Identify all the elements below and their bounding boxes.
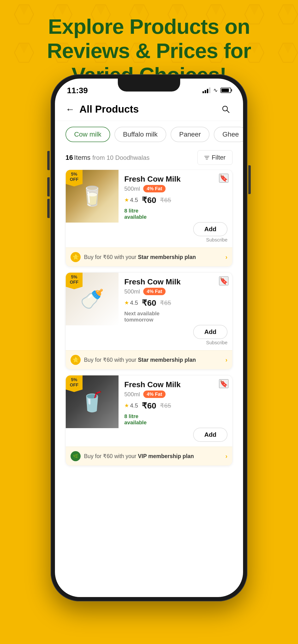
add-button-1[interactable]: Add [193, 222, 227, 236]
membership-star-icon-2: ⭐ [71, 355, 81, 365]
subscribe-text-1[interactable]: Subscribe [206, 237, 227, 243]
product-meta-2: 500ml 4% Fat [124, 288, 227, 295]
price-row-2: ★ 4.5 ₹60 ₹65 [124, 298, 227, 308]
product-name-2: Fresh Cow Milk [124, 278, 227, 286]
price-current-1: ₹60 [142, 195, 156, 205]
membership-vip-icon-3: 🌿 [71, 451, 81, 461]
membership-chevron-1: › [225, 254, 227, 261]
star-icon-3: ★ [124, 402, 129, 409]
price-original-3: ₹65 [160, 402, 171, 410]
product-volume-3: 500ml [124, 391, 140, 398]
add-section-1: Add Subscribe [124, 222, 227, 243]
discount-badge-1: 5%OFF [66, 170, 83, 186]
wifi-icon: ∿ [213, 87, 218, 94]
membership-banner-1[interactable]: ⭐ Buy for ₹60 with your Star membership … [66, 248, 232, 266]
availability-1: 8 litreavailable [124, 208, 227, 220]
membership-text-2: Buy for ₹60 with your Star membership pl… [84, 357, 196, 363]
add-button-2[interactable]: Add [193, 325, 227, 339]
products-list: 5%OFF 🥛 🔖 Fresh Cow Milk 500ml 4% Fat [55, 170, 243, 597]
product-meta-1: 500ml 4% Fat [124, 185, 227, 192]
search-icon [221, 105, 230, 114]
star-rating-3: ★ 4.5 [124, 402, 138, 409]
search-button[interactable] [219, 102, 232, 116]
items-count: 16 [66, 154, 73, 161]
price-current-3: ₹60 [142, 401, 156, 410]
rating-num-2: 4.5 [130, 300, 138, 306]
membership-text-3: Buy for ₹60 with your VIP membership pla… [84, 453, 194, 460]
phone-frame: 11:39 ∿ ← Al [51, 74, 247, 601]
star-icon-1: ★ [124, 197, 129, 203]
product-card-3: 5%OFF 🥤 🔖 Fresh Cow Milk 500ml 4% Fat [66, 375, 232, 466]
items-bar: 16 Items from 10 Doodhwalas Filter [55, 148, 243, 170]
product-image-wrap-1: 5%OFF 🥛 [66, 170, 118, 222]
fat-badge-1: 4% Fat [143, 185, 165, 192]
membership-star-icon-1: ⭐ [71, 252, 81, 262]
signal-icon [203, 88, 210, 93]
product-image-wrap-3: 5%OFF 🥤 [66, 376, 118, 428]
membership-banner-3[interactable]: 🌿 Buy for ₹60 with your VIP membership p… [66, 446, 232, 466]
chip-ghee[interactable]: Ghee [214, 127, 243, 142]
chip-paneer[interactable]: Paneer [171, 127, 209, 142]
items-count-label: 16 Items from 10 Doodhwalas [66, 154, 150, 162]
star-rating-1: ★ 4.5 [124, 197, 138, 204]
filter-button[interactable]: Filter [198, 150, 232, 165]
product-name-3: Fresh Cow Milk [124, 380, 227, 389]
availability-2: Next availabletommorrow [124, 310, 227, 323]
phone-notch [118, 78, 180, 92]
product-card-2: 5%OFF 🍼 🔖 Fresh Cow Milk 500ml 4% Fat [66, 272, 232, 370]
membership-text-1: Buy for ₹60 with your Star membership pl… [84, 254, 196, 260]
filter-icon [204, 156, 209, 160]
membership-banner-2[interactable]: ⭐ Buy for ₹60 with your Star membership … [66, 350, 232, 369]
page-title: All Products [79, 104, 139, 115]
filter-label: Filter [212, 154, 226, 161]
product-info-3: 🔖 Fresh Cow Milk 500ml 4% Fat ★ 4.5 [118, 376, 232, 446]
membership-chevron-3: › [225, 452, 227, 460]
items-from: from 10 Doodhwalas [92, 154, 150, 161]
svg-point-37 [223, 106, 227, 111]
bookmark-button-1[interactable]: 🔖 [219, 174, 228, 182]
filter-chips-container: Cow milk Buffalo milk Paneer Ghee [55, 121, 243, 148]
subscribe-text-2[interactable]: Subscribe [206, 340, 227, 346]
availability-3: 8 litreavailable [124, 413, 227, 426]
fat-badge-3: 4% Fat [143, 390, 165, 398]
add-button-3[interactable]: Add [193, 428, 227, 442]
product-volume-2: 500ml [124, 288, 140, 295]
status-time: 11:39 [67, 86, 88, 95]
status-icons: ∿ [203, 87, 231, 94]
back-button[interactable]: ← [66, 104, 75, 114]
price-original-1: ₹65 [160, 196, 171, 204]
price-original-2: ₹65 [160, 299, 171, 307]
membership-chevron-2: › [225, 356, 227, 364]
discount-badge-2: 5%OFF [66, 273, 83, 289]
membership-left-2: ⭐ Buy for ₹60 with your Star membership … [71, 355, 196, 365]
product-info-2: 🔖 Fresh Cow Milk 500ml 4% Fat ★ 4.5 [118, 273, 232, 350]
bookmark-button-2[interactable]: 🔖 [219, 276, 228, 285]
chip-buffalo-milk[interactable]: Buffalo milk [114, 127, 166, 142]
rating-num-3: 4.5 [130, 402, 138, 409]
add-section-3: Add [124, 428, 227, 442]
svg-line-38 [227, 110, 229, 112]
price-current-2: ₹60 [142, 298, 156, 308]
product-card-1: 5%OFF 🥛 🔖 Fresh Cow Milk 500ml 4% Fat [66, 170, 232, 267]
price-row-3: ★ 4.5 ₹60 ₹65 [124, 401, 227, 410]
product-name-1: Fresh Cow Milk [124, 175, 227, 184]
product-meta-3: 500ml 4% Fat [124, 390, 227, 398]
membership-left-1: ⭐ Buy for ₹60 with your Star membership … [71, 252, 196, 262]
items-label: Items [74, 154, 92, 161]
price-row-1: ★ 4.5 ₹60 ₹65 [124, 195, 227, 205]
header-left: ← All Products [66, 104, 139, 115]
app-header: ← All Products [55, 98, 243, 121]
bookmark-button-3[interactable]: 🔖 [219, 379, 228, 388]
star-icon-2: ★ [124, 300, 129, 306]
fat-badge-2: 4% Fat [143, 288, 165, 295]
product-info-1: 🔖 Fresh Cow Milk 500ml 4% Fat ★ 4.5 [118, 170, 232, 248]
star-rating-2: ★ 4.5 [124, 300, 138, 306]
product-image-wrap-2: 5%OFF 🍼 [66, 273, 118, 325]
battery-icon [221, 88, 231, 93]
membership-left-3: 🌿 Buy for ₹60 with your VIP membership p… [71, 451, 194, 461]
chip-cow-milk[interactable]: Cow milk [66, 127, 110, 142]
discount-badge-3: 5%OFF [66, 376, 83, 392]
add-section-2: Add Subscribe [124, 325, 227, 346]
product-volume-1: 500ml [124, 186, 140, 192]
rating-num-1: 4.5 [130, 197, 138, 204]
